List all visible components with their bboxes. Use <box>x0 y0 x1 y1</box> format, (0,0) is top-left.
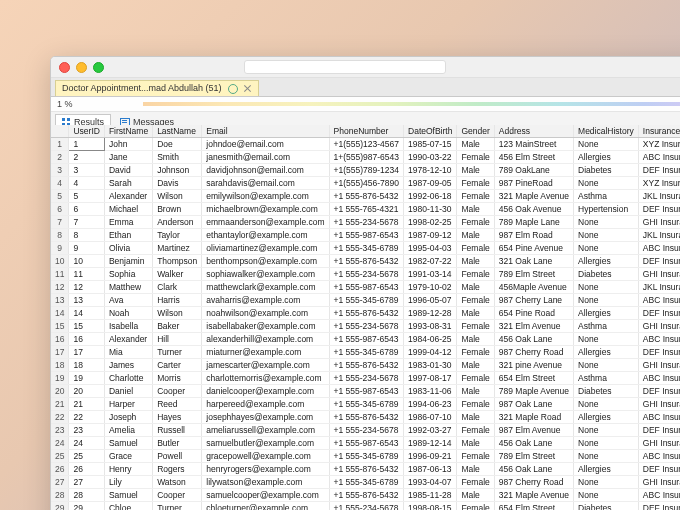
cell-phone[interactable]: +1 555-987-6543 <box>329 281 403 294</box>
col-lastname[interactable]: LastName <box>153 125 202 138</box>
cell-insprov[interactable]: JKL Insurance <box>638 190 680 203</box>
cell-gender[interactable]: Female <box>457 372 494 385</box>
cell-insprov[interactable]: GHI Insurance <box>638 359 680 372</box>
document-tab[interactable]: Doctor Appointment...mad Abdullah (51) <box>55 80 259 96</box>
cell-insprov[interactable]: GHI Insurance <box>638 437 680 450</box>
cell-lastname[interactable]: Reed <box>153 398 202 411</box>
cell-address[interactable]: 789 Maple Lane <box>494 216 573 229</box>
cell-medical[interactable]: Diabetes <box>574 502 639 511</box>
cell-dob[interactable]: 1982-07-22 <box>404 255 457 268</box>
cell-userid[interactable]: 8 <box>69 229 104 242</box>
cell-firstname[interactable]: Ethan <box>104 229 152 242</box>
cell-insprov[interactable]: ABC Insurance <box>638 411 680 424</box>
table-row[interactable]: 2222JosephHayesjosephhayes@example.com+1… <box>51 411 680 424</box>
cell-firstname[interactable]: Grace <box>104 450 152 463</box>
cell-gender[interactable]: Male <box>457 385 494 398</box>
cell-insprov[interactable]: ABC Insurance <box>638 333 680 346</box>
table-row[interactable]: 11JohnDoejohndoe@email.com+1(555)123-456… <box>51 138 680 151</box>
cell-dob[interactable]: 1980-11-30 <box>404 203 457 216</box>
cell-dob[interactable]: 1993-04-07 <box>404 476 457 489</box>
results-grid[interactable]: UserID FirstName LastName Email PhoneNum… <box>51 125 680 510</box>
cell-address[interactable]: 987 Cherry Lane <box>494 294 573 307</box>
cell-medical[interactable]: None <box>574 359 639 372</box>
cell-dob[interactable]: 1998-08-15 <box>404 502 457 511</box>
cell-userid[interactable]: 4 <box>69 177 104 190</box>
cell-dob[interactable]: 1999-04-12 <box>404 346 457 359</box>
cell-lastname[interactable]: Rogers <box>153 463 202 476</box>
cell-insprov[interactable]: GHI Insurance <box>638 476 680 489</box>
cell-userid[interactable]: 29 <box>69 502 104 511</box>
cell-dob[interactable]: 1983-11-06 <box>404 385 457 398</box>
cell-dob[interactable]: 1989-12-14 <box>404 437 457 450</box>
cell-email[interactable]: jamescarter@example.com <box>202 359 329 372</box>
cell-address[interactable]: 321 Maple Avenue <box>494 489 573 502</box>
cell-insprov[interactable]: GHI Insurance <box>638 398 680 411</box>
table-row[interactable]: 1010BenjaminThompsonbenthompson@example.… <box>51 255 680 268</box>
cell-lastname[interactable]: Morris <box>153 372 202 385</box>
cell-firstname[interactable]: Harper <box>104 398 152 411</box>
cell-email[interactable]: samuelcooper@example.com <box>202 489 329 502</box>
cell-email[interactable]: henryrogers@example.com <box>202 463 329 476</box>
cell-userid[interactable]: 26 <box>69 463 104 476</box>
cell-insprov[interactable]: DEF Insurance <box>638 307 680 320</box>
table-row[interactable]: 1515IsabellaBakerisabellabaker@example.c… <box>51 320 680 333</box>
cell-gender[interactable]: Female <box>457 476 494 489</box>
table-row[interactable]: 66MichaelBrownmichaelbrown@example.com+1… <box>51 203 680 216</box>
close-window-icon[interactable] <box>59 62 70 73</box>
cell-gender[interactable]: Male <box>457 255 494 268</box>
cell-gender[interactable]: Male <box>457 411 494 424</box>
cell-insprov[interactable]: XYZ Insurance <box>638 177 680 190</box>
cell-firstname[interactable]: Matthew <box>104 281 152 294</box>
cell-phone[interactable]: +1 555-987-6543 <box>329 229 403 242</box>
cell-phone[interactable]: +1 555-876-5432 <box>329 463 403 476</box>
cell-firstname[interactable]: Olivia <box>104 242 152 255</box>
cell-firstname[interactable]: Chloe <box>104 502 152 511</box>
cell-gender[interactable]: Female <box>457 151 494 164</box>
cell-userid[interactable]: 7 <box>69 216 104 229</box>
cell-email[interactable]: avaharris@example.com <box>202 294 329 307</box>
cell-firstname[interactable]: Alexander <box>104 190 152 203</box>
cell-userid[interactable]: 16 <box>69 333 104 346</box>
cell-phone[interactable]: +1 555-345-6789 <box>329 294 403 307</box>
cell-address[interactable]: 123 MainStreet <box>494 138 573 151</box>
cell-dob[interactable]: 1985-07-15 <box>404 138 457 151</box>
cell-userid[interactable]: 17 <box>69 346 104 359</box>
cell-phone[interactable]: +1 555-345-6789 <box>329 450 403 463</box>
cell-lastname[interactable]: Walker <box>153 268 202 281</box>
table-row[interactable]: 77EmmaAndersonemmaanderson@example.com+1… <box>51 216 680 229</box>
cell-insprov[interactable]: ABC Insurance <box>638 151 680 164</box>
cell-address[interactable]: 456 Oak Avenue <box>494 203 573 216</box>
cell-dob[interactable]: 1997-08-17 <box>404 372 457 385</box>
cell-lastname[interactable]: Cooper <box>153 489 202 502</box>
cell-userid[interactable]: 23 <box>69 424 104 437</box>
cell-dob[interactable]: 1995-04-03 <box>404 242 457 255</box>
cell-gender[interactable]: Male <box>457 359 494 372</box>
cell-phone[interactable]: +1 555-765-4321 <box>329 203 403 216</box>
col-firstname[interactable]: FirstName <box>104 125 152 138</box>
cell-insprov[interactable]: DEF Insurance <box>638 502 680 511</box>
cell-firstname[interactable]: Samuel <box>104 489 152 502</box>
cell-userid[interactable]: 28 <box>69 489 104 502</box>
cell-dob[interactable]: 1987-09-12 <box>404 229 457 242</box>
cell-firstname[interactable]: Mia <box>104 346 152 359</box>
cell-email[interactable]: ethantaylor@example.com <box>202 229 329 242</box>
cell-lastname[interactable]: Harris <box>153 294 202 307</box>
cell-medical[interactable]: Asthma <box>574 372 639 385</box>
cell-insprov[interactable]: GHI Insurance <box>638 320 680 333</box>
cell-gender[interactable]: Female <box>457 424 494 437</box>
cell-dob[interactable]: 1992-03-27 <box>404 424 457 437</box>
table-row[interactable]: 2828SamuelCoopersamuelcooper@example.com… <box>51 489 680 502</box>
cell-phone[interactable]: +1 555-876-5432 <box>329 255 403 268</box>
cell-userid[interactable]: 15 <box>69 320 104 333</box>
cell-gender[interactable]: Male <box>457 463 494 476</box>
cell-email[interactable]: sarahdavis@email.com <box>202 177 329 190</box>
cell-lastname[interactable]: Smith <box>153 151 202 164</box>
cell-lastname[interactable]: Hayes <box>153 411 202 424</box>
cell-phone[interactable]: +1 555-876-5432 <box>329 359 403 372</box>
cell-medical[interactable]: None <box>574 177 639 190</box>
cell-medical[interactable]: None <box>574 216 639 229</box>
table-row[interactable]: 1717MiaTurnermiaturner@example.com+1 555… <box>51 346 680 359</box>
cell-userid[interactable]: 14 <box>69 307 104 320</box>
table-row[interactable]: 22JaneSmithjanesmith@email.com1+(555)987… <box>51 151 680 164</box>
table-row[interactable]: 55AlexanderWilsonemilywilson@example.com… <box>51 190 680 203</box>
